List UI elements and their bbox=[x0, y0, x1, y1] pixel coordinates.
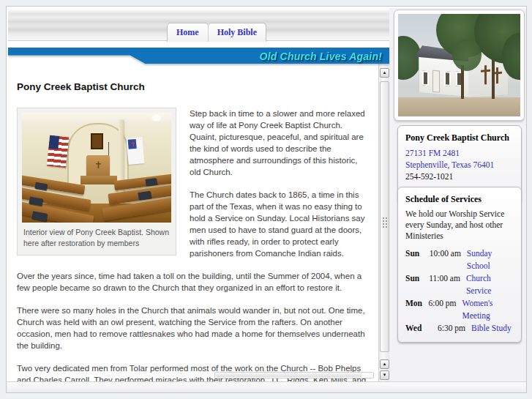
scroll-up-icon[interactable]: ▲ bbox=[380, 68, 389, 78]
church-interior-photo bbox=[22, 113, 171, 223]
schedule-card: Schedule of Services We hold our Worship… bbox=[397, 187, 522, 343]
schedule-list: Sun10:00 amSunday SchoolSun11:00 amChurc… bbox=[405, 247, 514, 335]
church-exterior-photo bbox=[398, 14, 520, 116]
schedule-row: Mon6:00 pmWomen's Meeting bbox=[405, 297, 514, 322]
pulpit bbox=[86, 155, 110, 177]
schedule-event-link[interactable]: Women's Meeting bbox=[462, 297, 514, 322]
hymn-book bbox=[146, 178, 157, 186]
slogan-banner: Old Church Lives Again! bbox=[8, 46, 389, 64]
horizontal-scrollbar[interactable] bbox=[214, 372, 374, 379]
cross-icon bbox=[496, 67, 498, 83]
tree-trunk bbox=[492, 59, 495, 99]
article-paragraph: There were so many holes in the Church t… bbox=[17, 305, 371, 351]
vertical-scrollbar-thumb[interactable] bbox=[380, 81, 389, 352]
church-window bbox=[444, 71, 451, 86]
page-title: Pony Creek Baptist Church bbox=[17, 81, 371, 93]
schedule-time: 10:00 am bbox=[426, 247, 461, 272]
schedule-time: 6:30 pm bbox=[427, 322, 465, 335]
schedule-title: Schedule of Services bbox=[405, 194, 514, 205]
hymn-book bbox=[34, 182, 47, 190]
interior-picture-frame bbox=[91, 133, 103, 149]
tab-holy-bible[interactable]: Holy Bible bbox=[208, 23, 266, 42]
schedule-day: Sun bbox=[405, 247, 426, 272]
interior-photo-figure: Interior view of Pony Creek Baptist. Sho… bbox=[17, 108, 176, 256]
schedule-row: Sun10:00 amSunday School bbox=[405, 247, 514, 272]
horizontal-scrollbar-thumb[interactable] bbox=[216, 373, 362, 377]
schedule-time: 11:00 am bbox=[425, 272, 460, 297]
browser-page: HomeHoly Bible Old Church Lives Again! P… bbox=[6, 6, 527, 393]
us-flag bbox=[47, 135, 69, 168]
interior-photo-caption: Interior view of Pony Creek Baptist. Sho… bbox=[22, 223, 171, 250]
cross-icon bbox=[484, 65, 487, 84]
window-footer bbox=[7, 381, 526, 392]
vertical-scrollbar[interactable]: ▲ ▲ ▼ bbox=[378, 64, 389, 381]
interior-lamp bbox=[152, 115, 161, 121]
schedule-time: 6:00 pm bbox=[424, 297, 456, 322]
schedule-event-link[interactable]: Bible Study bbox=[471, 322, 512, 335]
dirt-ground bbox=[398, 97, 520, 116]
scroll-up-icon[interactable]: ▲ bbox=[380, 359, 389, 369]
scroll-down-icon[interactable]: ▼ bbox=[380, 370, 389, 380]
site-slogan: Old Church Lives Again! bbox=[260, 51, 382, 62]
main-content: Pony Creek Baptist Church bbox=[8, 64, 378, 381]
schedule-intro: We hold our Worship Service every Sunday… bbox=[405, 209, 514, 242]
church-name: Pony Creek Baptist Church bbox=[405, 133, 514, 143]
schedule-event-link[interactable]: Sunday School bbox=[467, 247, 514, 272]
schedule-day: Mon bbox=[405, 297, 424, 322]
phone-number: 254-592-1021 bbox=[405, 171, 514, 182]
schedule-day: Wed bbox=[405, 322, 427, 335]
tree bbox=[452, 39, 482, 71]
city-address-link[interactable]: Stephenville, Texas 76401 bbox=[405, 160, 494, 169]
pulpit-base bbox=[80, 176, 117, 184]
exterior-photo-card bbox=[394, 10, 525, 121]
nav-tabbar: HomeHoly Bible bbox=[167, 23, 266, 42]
scrollbar-grip-icon bbox=[382, 217, 388, 228]
tab-home[interactable]: Home bbox=[167, 23, 209, 42]
schedule-row: Sun11:00 amChurch Service bbox=[405, 272, 514, 297]
schedule-day: Sun bbox=[405, 272, 425, 297]
article-paragraph: Over the years since, time had taken a t… bbox=[17, 270, 371, 294]
church-door bbox=[432, 70, 440, 93]
schedule-row: Wed6:30 pmBible Study bbox=[405, 322, 514, 335]
church-window bbox=[422, 70, 429, 86]
schedule-event-link[interactable]: Church Service bbox=[466, 272, 514, 297]
street-address-link[interactable]: 27131 FM 2481 bbox=[405, 149, 460, 157]
christian-flag bbox=[126, 137, 144, 165]
